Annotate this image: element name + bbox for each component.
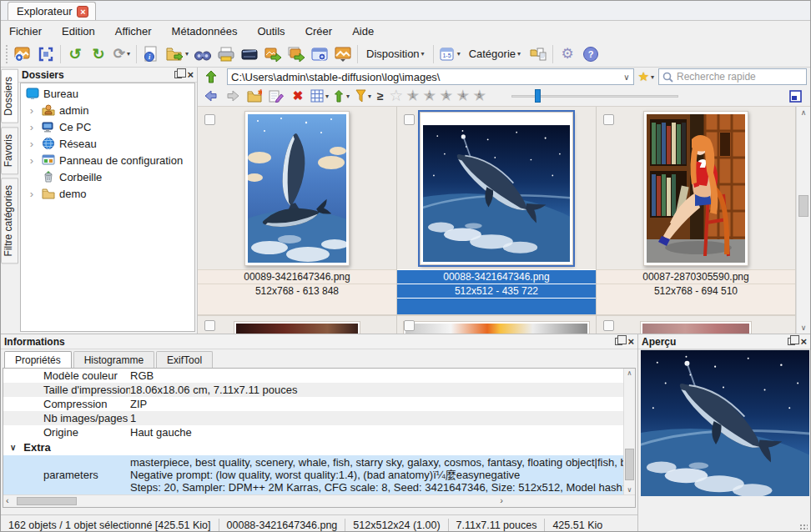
tab-histogramme[interactable]: Histogramme bbox=[73, 351, 154, 368]
tab-exiftool[interactable]: ExifTool bbox=[156, 351, 213, 368]
chevron-down-icon[interactable]: ∨ bbox=[623, 73, 629, 82]
close-panel-icon[interactable]: × bbox=[187, 71, 194, 79]
property-row[interactable]: Origine Haut gauche bbox=[3, 425, 635, 439]
rating-star-5[interactable]: ★5 bbox=[471, 88, 488, 104]
properties-vertical-scrollbar[interactable]: ∧ ∨ bbox=[623, 369, 635, 494]
tree-item-demo[interactable]: › demo bbox=[21, 185, 194, 202]
thumbnail-filename[interactable]: 00088-3421647346.png bbox=[397, 269, 596, 284]
properties-horizontal-scrollbar[interactable]: ‹ › bbox=[3, 494, 635, 507]
forward-button[interactable] bbox=[223, 87, 243, 105]
thumbnail-cell-partial[interactable] bbox=[397, 314, 596, 334]
thumbnail-image-whale-space[interactable] bbox=[420, 112, 573, 265]
side-tab-favoris[interactable]: Favoris bbox=[1, 127, 18, 174]
rotate-left-button[interactable]: ↺ bbox=[63, 43, 87, 66]
side-tab-dossiers[interactable]: Dossiers bbox=[1, 69, 18, 123]
tree-item-corbeille[interactable]: Corbeille bbox=[21, 168, 194, 185]
thumbnail-image-whales-sky[interactable] bbox=[244, 111, 350, 266]
help-button[interactable]: ? bbox=[579, 43, 602, 66]
menu-outils[interactable]: Outils bbox=[257, 25, 285, 38]
float-panel-icon[interactable] bbox=[174, 71, 182, 78]
scroll-right-icon[interactable]: › bbox=[500, 495, 503, 505]
thumbnail-cell-selected[interactable]: 00088-3421647346.png 512x512 - 435 722 bbox=[397, 107, 597, 334]
view-mode-button[interactable]: ▾ bbox=[310, 87, 330, 105]
rating-star-3[interactable]: ★3 bbox=[438, 88, 455, 104]
fullscreen-button[interactable] bbox=[34, 43, 58, 66]
thumbnail-cell[interactable]: 00089-3421647346.png 512x768 - 613 848 bbox=[198, 107, 397, 334]
thumbnail-checkbox[interactable] bbox=[204, 320, 215, 331]
scroll-down-icon[interactable]: ∨ bbox=[624, 486, 635, 494]
expand-chevron-icon[interactable]: › bbox=[26, 154, 38, 167]
tree-item-reseau[interactable]: › Réseau bbox=[21, 135, 194, 152]
new-folder-button[interactable]: ✱ bbox=[244, 87, 264, 105]
tab-close-icon[interactable]: × bbox=[77, 6, 88, 18]
float-panel-icon[interactable] bbox=[615, 338, 622, 345]
parameters-row[interactable]: parameters masterpiece, best quality, sc… bbox=[3, 455, 635, 494]
menu-metadonnees[interactable]: Métadonnées bbox=[172, 25, 238, 38]
tab-proprietes[interactable]: Propriétés bbox=[4, 351, 72, 369]
thumbnail-cell-partial[interactable] bbox=[597, 314, 795, 334]
path-combobox[interactable]: C:\Users\admin\stable-diffusion\log\imag… bbox=[227, 68, 634, 85]
thumbnail-size-slider[interactable] bbox=[511, 88, 678, 104]
sort-direction-button[interactable]: ▾ bbox=[331, 87, 351, 105]
scroll-up-icon[interactable]: ∧ bbox=[797, 108, 810, 117]
scrollbar-thumb[interactable] bbox=[625, 449, 634, 480]
tree-item-admin[interactable]: › admin bbox=[21, 102, 194, 118]
thumbnail-filename[interactable]: 00089-3421647346.png bbox=[198, 269, 396, 284]
thumbnail-filename[interactable]: 00087-2870305590.png bbox=[597, 269, 795, 284]
resize-grip[interactable] bbox=[799, 524, 808, 532]
thumbnail-cell-partial[interactable] bbox=[198, 314, 396, 334]
toolbar-grip[interactable] bbox=[4, 45, 9, 63]
back-button[interactable] bbox=[201, 87, 221, 105]
float-panel-icon[interactable] bbox=[788, 338, 795, 345]
rating-star-1[interactable]: ★1 bbox=[405, 88, 421, 104]
close-panel-icon[interactable]: × bbox=[800, 338, 807, 346]
menu-aide[interactable]: Aide bbox=[352, 25, 374, 38]
rating-star-none[interactable]: ☆ bbox=[388, 88, 405, 104]
extra-section-header[interactable]: ∨ Extra bbox=[3, 439, 635, 455]
collapse-chevron-icon[interactable]: ∨ bbox=[10, 443, 16, 452]
file-info-button[interactable]: i bbox=[139, 43, 163, 66]
delete-button[interactable]: ✖ bbox=[288, 87, 308, 105]
rotate-right-button[interactable]: ↻ bbox=[87, 43, 110, 66]
rating-star-4[interactable]: ★4 bbox=[455, 88, 471, 104]
thumbnail-checkbox[interactable] bbox=[603, 320, 614, 331]
search-button[interactable] bbox=[191, 43, 214, 66]
quick-search[interactable] bbox=[658, 68, 807, 85]
expand-chevron-icon[interactable]: › bbox=[26, 188, 38, 200]
assign-category-button[interactable] bbox=[526, 43, 550, 66]
expand-chevron-icon[interactable]: › bbox=[26, 138, 38, 150]
side-tab-filtre-categories[interactable]: Filtre catégories bbox=[1, 178, 18, 263]
view-image-button[interactable] bbox=[11, 43, 34, 66]
thumbnail-checkbox[interactable] bbox=[603, 114, 614, 125]
scroll-up-icon[interactable]: ∧ bbox=[624, 369, 635, 377]
tree-item-panneau-configuration[interactable]: › Panneau de configuration bbox=[21, 152, 194, 168]
menu-creer[interactable]: Créer bbox=[305, 25, 333, 38]
parent-folder-button[interactable] bbox=[199, 68, 223, 85]
property-row[interactable]: Compression ZIP bbox=[3, 397, 635, 411]
search-input[interactable] bbox=[677, 71, 803, 83]
property-row[interactable]: Modèle couleur RGB bbox=[3, 369, 635, 383]
scrollbar-thumb[interactable] bbox=[17, 497, 77, 505]
preview-image-whale-space[interactable] bbox=[641, 349, 809, 496]
rename-button[interactable] bbox=[266, 87, 286, 105]
close-panel-icon[interactable]: × bbox=[627, 338, 634, 346]
thumbnail-checkbox[interactable] bbox=[404, 320, 415, 331]
property-row[interactable]: Taille d'impression 18.06x18.06 cm, 7.11… bbox=[3, 383, 635, 397]
thumbnail-checkbox[interactable] bbox=[204, 114, 215, 125]
open-with-button[interactable]: ▾ bbox=[163, 43, 191, 66]
transform-button[interactable]: ⟳▾ bbox=[110, 43, 133, 66]
categorie-button[interactable]: Catégorie ▾ bbox=[463, 43, 526, 66]
scan-button[interactable] bbox=[238, 43, 261, 66]
expand-chevron-icon[interactable]: › bbox=[26, 104, 38, 117]
thumbnail-cell[interactable]: 00087-2870305590.png 512x768 - 694 510 bbox=[597, 107, 796, 334]
scroll-down-icon[interactable]: ∨ bbox=[797, 324, 810, 332]
tree-item-ce-pc[interactable]: › Ce PC bbox=[21, 118, 194, 135]
settings-button[interactable]: ⚙ bbox=[556, 43, 579, 66]
sort-order-button[interactable]: 1-5 ▾ bbox=[436, 43, 463, 66]
expand-chevron-icon[interactable]: › bbox=[26, 121, 38, 133]
property-row[interactable]: Nb images/pages 1 bbox=[3, 411, 635, 425]
batch-convert-button[interactable] bbox=[285, 43, 308, 66]
browser-vertical-scrollbar[interactable]: ∧ ∨ bbox=[796, 107, 810, 334]
tree-item-bureau[interactable]: Bureau bbox=[21, 85, 194, 102]
compact-view-button[interactable] bbox=[785, 87, 805, 105]
